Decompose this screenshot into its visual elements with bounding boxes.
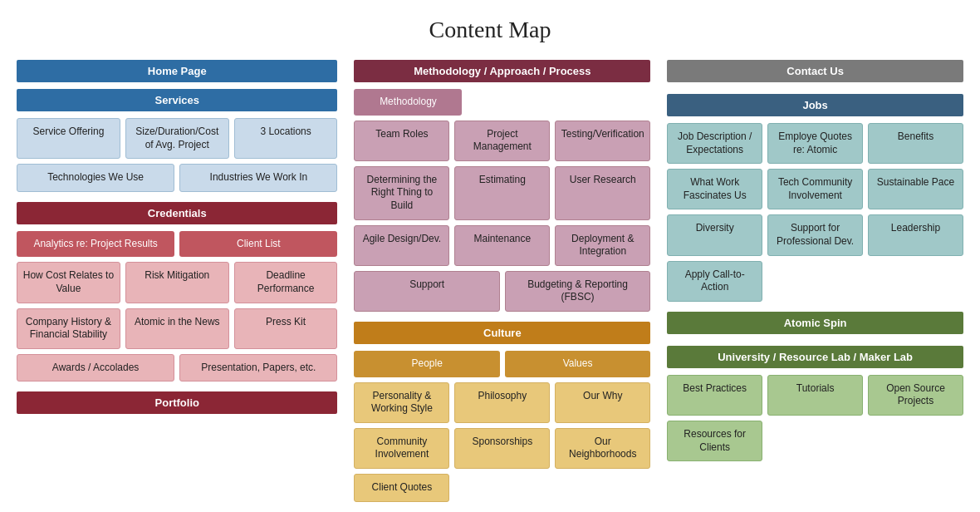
open-source-projects[interactable]: Open Source Projects xyxy=(868,375,963,416)
section-atomic-spin: Atomic Spin xyxy=(667,312,963,336)
community-involvement[interactable]: Community Involvement xyxy=(354,428,449,469)
estimating[interactable]: Estimating xyxy=(454,166,550,220)
section-credentials: Credentials Analytics re: Project Result… xyxy=(17,202,337,382)
jobs-header: Jobs xyxy=(667,94,963,116)
sponsorships[interactable]: Sponsorships xyxy=(454,428,550,469)
technologies-we-use[interactable]: Technologies We Use xyxy=(17,164,174,192)
university-header: University / Resource Lab / Maker Lab xyxy=(667,346,963,368)
what-work-fascinates[interactable]: What Work Fascinates Us xyxy=(667,169,762,209)
client-list[interactable]: Client List xyxy=(179,231,337,258)
how-cost-relates-value[interactable]: How Cost Relates to Value xyxy=(17,262,120,303)
jobs-row3: Diversity Support for Professional Dev. … xyxy=(667,214,963,255)
section-methodology: Methodology / Approach / Process Methodo… xyxy=(354,60,650,312)
benefits[interactable]: Benefits xyxy=(868,123,963,164)
industries-we-work-in[interactable]: Industries We Work In xyxy=(179,164,337,192)
employee-quotes[interactable]: Employe Quotes re: Atomic xyxy=(767,123,863,164)
leadership[interactable]: Leadership xyxy=(868,214,963,255)
client-quotes[interactable]: Client Quotes xyxy=(354,474,449,502)
agile-design-dev[interactable]: Agile Design/Dev. xyxy=(354,225,449,266)
contact-us-header: Contact Us xyxy=(667,60,963,82)
portfolio-header: Portfolio xyxy=(17,391,337,414)
credentials-row1: Analytics re: Project Results Client Lis… xyxy=(17,231,337,258)
risk-mitigation[interactable]: Risk Mitigation xyxy=(125,262,229,303)
user-research[interactable]: User Research xyxy=(555,166,650,220)
3-locations[interactable]: 3 Locations xyxy=(234,118,338,159)
project-management[interactable]: Project Management xyxy=(454,121,550,161)
section-home-page: Home Page Services Service Offering Size… xyxy=(17,60,337,192)
culture-row1: Personality & Working Style Philosophy O… xyxy=(354,382,650,423)
philosophy[interactable]: Philosophy xyxy=(454,382,550,423)
culture-row2: Community Involvement Sponsorships Our N… xyxy=(354,428,650,469)
credentials-row3: Company History & Financial Stability At… xyxy=(17,308,337,349)
services-header: Services xyxy=(17,89,337,111)
tech-community-involvement[interactable]: Tech Community Involvement xyxy=(767,169,863,209)
methodology-top: Methodology xyxy=(354,89,650,116)
our-neighborhoods[interactable]: Our Neighborhoods xyxy=(555,428,650,469)
section-culture: Culture People Values Personality & Work… xyxy=(354,322,650,502)
credentials-header: Credentials xyxy=(17,202,337,224)
team-roles[interactable]: Team Roles xyxy=(354,121,449,161)
testing-verification[interactable]: Testing/Verification xyxy=(555,121,650,161)
jobs-row1: Job Description / Expectations Employe Q… xyxy=(667,123,963,164)
resources-for-clients[interactable]: Resources for Clients xyxy=(667,421,762,461)
section-contact-us: Contact Us xyxy=(667,60,963,84)
culture-top: People Values xyxy=(354,351,650,377)
mid-column: Methodology / Approach / Process Methodo… xyxy=(354,60,650,502)
jobs-row4: Apply Call-to-Action xyxy=(667,261,963,302)
methodology-header: Methodology / Approach / Process xyxy=(354,60,650,82)
methodology-row4: Support Budgeting & Reporting (FBSC) xyxy=(354,271,650,312)
deployment-integration[interactable]: Deployment & Integration xyxy=(555,225,650,266)
methodology-row3: Agile Design/Dev. Maintenance Deployment… xyxy=(354,225,650,266)
size-duration-cost[interactable]: Size/Duration/Cost of Avg. Project xyxy=(125,118,229,159)
deadline-performance[interactable]: Deadline Performance xyxy=(234,262,338,303)
values-box[interactable]: Values xyxy=(505,351,650,377)
our-why[interactable]: Our Why xyxy=(555,382,650,423)
atomic-spin-header: Atomic Spin xyxy=(667,312,963,334)
jobs-row2: What Work Fascinates Us Tech Community I… xyxy=(667,169,963,209)
right-column: Contact Us Jobs Job Description / Expect… xyxy=(667,60,963,461)
section-jobs: Jobs Job Description / Expectations Empl… xyxy=(667,94,963,302)
credentials-row4: Awards / Accolades Presentation, Papers,… xyxy=(17,354,337,382)
page-title: Content Map xyxy=(17,17,963,43)
press-kit[interactable]: Press Kit xyxy=(234,308,338,349)
credentials-row2: How Cost Relates to Value Risk Mitigatio… xyxy=(17,262,337,303)
methodology-row2: Determining the Right Thing to Build Est… xyxy=(354,166,650,220)
sustainable-pace[interactable]: Sustainable Pace xyxy=(868,169,963,209)
support[interactable]: Support xyxy=(354,271,499,312)
personality-working-style[interactable]: Personality & Working Style xyxy=(354,382,449,423)
university-row2: Resources for Clients xyxy=(667,421,963,461)
services-row2: Technologies We Use Industries We Work I… xyxy=(17,164,337,192)
methodology-box[interactable]: Methodology xyxy=(354,89,462,116)
apply-cta[interactable]: Apply Call-to-Action xyxy=(667,261,762,302)
atomic-in-news[interactable]: Atomic in the News xyxy=(125,308,229,349)
company-history[interactable]: Company History & Financial Stability xyxy=(17,308,120,349)
maintenance[interactable]: Maintenance xyxy=(454,225,550,266)
diversity[interactable]: Diversity xyxy=(667,214,762,255)
awards-accolades[interactable]: Awards / Accolades xyxy=(17,354,174,382)
job-description[interactable]: Job Description / Expectations xyxy=(667,123,762,164)
section-portfolio: Portfolio xyxy=(17,391,337,416)
culture-row3: Client Quotes xyxy=(354,474,650,502)
tutorials[interactable]: Tutorials xyxy=(767,375,863,416)
left-column: Home Page Services Service Offering Size… xyxy=(17,60,337,416)
methodology-row1: Team Roles Project Management Testing/Ve… xyxy=(354,121,650,161)
section-services: Services Service Offering Size/Duration/… xyxy=(17,89,337,192)
home-page-header: Home Page xyxy=(17,60,337,82)
best-practices[interactable]: Best Practices xyxy=(667,375,762,416)
university-row1: Best Practices Tutorials Open Source Pro… xyxy=(667,375,963,416)
services-row1: Service Offering Size/Duration/Cost of A… xyxy=(17,118,337,159)
content-map: Home Page Services Service Offering Size… xyxy=(17,60,963,502)
section-university: University / Resource Lab / Maker Lab Be… xyxy=(667,346,963,461)
analytics-project-results[interactable]: Analytics re: Project Results xyxy=(17,231,174,258)
presentations-papers[interactable]: Presentation, Papers, etc. xyxy=(179,354,337,382)
culture-header: Culture xyxy=(354,322,650,344)
determining-right-thing[interactable]: Determining the Right Thing to Build xyxy=(354,166,449,220)
service-offering[interactable]: Service Offering xyxy=(17,118,120,159)
support-professional-dev[interactable]: Support for Professional Dev. xyxy=(767,214,863,255)
budgeting-reporting[interactable]: Budgeting & Reporting (FBSC) xyxy=(505,271,650,312)
people-box[interactable]: People xyxy=(354,351,499,377)
